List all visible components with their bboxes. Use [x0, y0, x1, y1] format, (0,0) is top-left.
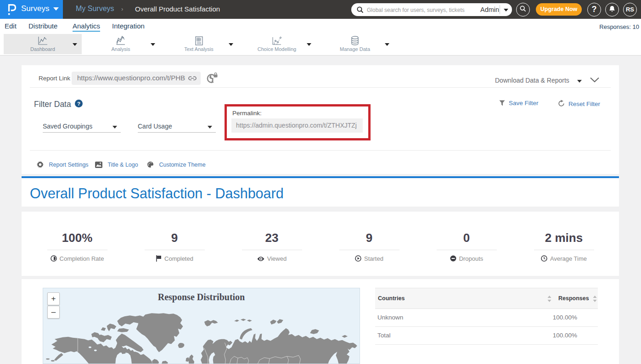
svg-text:?: ? — [77, 101, 80, 106]
